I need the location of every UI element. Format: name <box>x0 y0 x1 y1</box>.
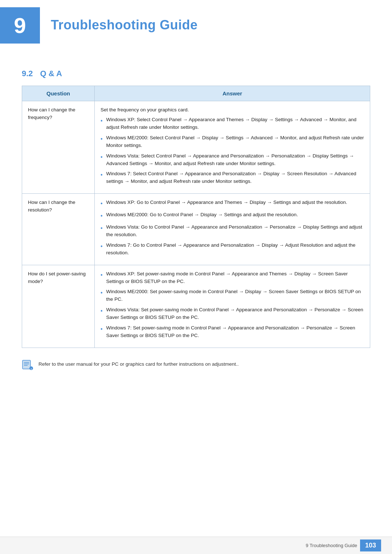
page-header: 9 Troubleshooting Guide <box>0 0 392 54</box>
col-header-question: Question <box>22 86 95 101</box>
list-item: •Windows Vista: Select Control Panel → A… <box>101 152 364 168</box>
answer-list: •Windows XP: Select Control Panel → Appe… <box>101 116 364 185</box>
list-item-text: Windows 7: Set power-saving mode in Cont… <box>106 324 364 340</box>
list-item: •Windows Vista: Set power-saving mode in… <box>101 306 364 321</box>
answer-cell: •Windows XP: Set power-saving mode in Co… <box>95 265 370 348</box>
list-item: •Windows ME/2000: Select Control Panel →… <box>101 134 364 149</box>
bullet-icon: • <box>101 171 103 180</box>
list-item-text: Windows Vista: Go to Control Panel → App… <box>106 223 364 239</box>
section-title: Q & A <box>40 69 62 78</box>
list-item: •Windows Vista: Go to Control Panel → Ap… <box>101 223 364 239</box>
table-row: How do I set power-saving mode?•Windows … <box>22 265 370 348</box>
list-item: •Windows 7: Set power-saving mode in Con… <box>101 324 364 340</box>
bullet-icon: • <box>101 212 103 221</box>
note-icon: i <box>22 359 33 370</box>
table-row: How can I change the resolution?•Windows… <box>22 194 370 265</box>
list-item-text: Windows Vista: Set power-saving mode in … <box>106 306 364 321</box>
bullet-icon: • <box>101 116 103 126</box>
bullet-icon: • <box>101 288 103 297</box>
list-item: •Windows 7: Select Control Panel → Appea… <box>101 170 364 185</box>
table-row: How can I change the frequency?Set the f… <box>22 101 370 194</box>
answer-list: •Windows XP: Set power-saving mode in Co… <box>101 270 364 340</box>
bullet-icon: • <box>101 242 103 251</box>
chapter-badge: 9 <box>0 7 40 44</box>
list-item: •Windows 7: Go to Control Panel → Appear… <box>101 242 364 257</box>
col-header-answer: Answer <box>95 86 370 101</box>
list-item-text: Windows ME/2000: Select Control Panel → … <box>106 134 364 149</box>
bullet-icon: • <box>101 135 103 144</box>
bullet-icon: • <box>101 224 103 233</box>
page-title: Troubleshooting Guide <box>51 7 197 33</box>
bullet-icon: • <box>101 307 103 316</box>
list-item-text: Windows 7: Select Control Panel → Appear… <box>106 170 364 185</box>
list-item-text: Windows XP: Select Control Panel → Appea… <box>106 116 364 131</box>
section-number: 9.2 <box>22 69 33 78</box>
list-item: •Windows ME/2000: Go to Control Panel → … <box>101 211 364 221</box>
question-cell: How can I change the resolution? <box>22 194 95 265</box>
question-cell: How can I change the frequency? <box>22 101 95 194</box>
footer-text: 9 Troubleshooting Guide <box>306 543 357 548</box>
section-heading: 9.2 Q & A <box>0 54 392 86</box>
list-item-text: Windows ME/2000: Go to Control Panel → D… <box>106 211 298 219</box>
list-item-text: Windows Vista: Select Control Panel → Ap… <box>106 152 364 168</box>
qa-table: Question Answer How can I change the fre… <box>22 86 370 348</box>
bullet-icon: • <box>101 199 103 208</box>
chapter-number: 9 <box>14 13 26 38</box>
bullet-icon: • <box>101 153 103 162</box>
list-item: •Windows XP: Go to Control Panel → Appea… <box>101 199 364 208</box>
note-text: Refer to the user manual for your PC or … <box>38 359 239 368</box>
list-item-text: Windows XP: Set power-saving mode in Con… <box>106 270 364 286</box>
page-footer: 9 Troubleshooting Guide 103 <box>0 537 392 554</box>
bullet-icon: • <box>101 271 103 280</box>
list-item-text: Windows 7: Go to Control Panel → Appeara… <box>106 242 364 257</box>
svg-text:i: i <box>31 367 32 370</box>
qa-table-container: Question Answer How can I change the fre… <box>22 86 370 348</box>
list-item: •Windows XP: Set power-saving mode in Co… <box>101 270 364 286</box>
svg-rect-0 <box>23 360 30 369</box>
list-item-text: Windows ME/2000: Set power-saving mode i… <box>106 288 364 303</box>
list-item-text: Windows XP: Go to Control Panel → Appear… <box>106 199 347 206</box>
answer-list: •Windows XP: Go to Control Panel → Appea… <box>101 199 364 257</box>
table-header-row: Question Answer <box>22 86 370 101</box>
answer-cell: Set the frequency on your graphics card.… <box>95 101 370 194</box>
page-number: 103 <box>360 539 381 551</box>
question-cell: How do I set power-saving mode? <box>22 265 95 348</box>
list-item: •Windows ME/2000: Set power-saving mode … <box>101 288 364 303</box>
answer-cell: •Windows XP: Go to Control Panel → Appea… <box>95 194 370 265</box>
list-item: •Windows XP: Select Control Panel → Appe… <box>101 116 364 131</box>
note-section: i Refer to the user manual for your PC o… <box>22 359 370 370</box>
answer-intro: Set the frequency on your graphics card. <box>101 106 364 114</box>
bullet-icon: • <box>101 325 103 334</box>
